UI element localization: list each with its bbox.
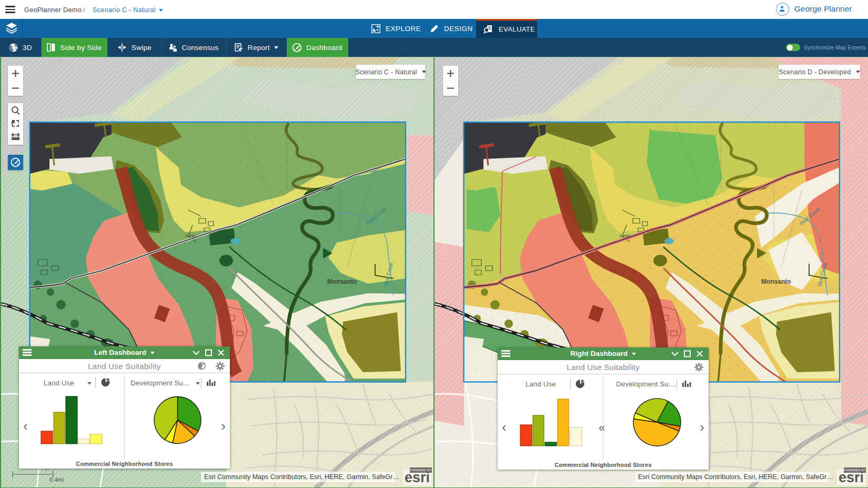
svg-text:Monsanto: Monsanto — [761, 278, 791, 285]
svg-text:Monsanto: Monsanto — [327, 278, 357, 285]
svg-text:Avon: Avon — [185, 233, 196, 238]
svg-text:0.4mi: 0.4mi — [49, 476, 64, 483]
svg-text:Avon: Avon — [619, 233, 630, 238]
